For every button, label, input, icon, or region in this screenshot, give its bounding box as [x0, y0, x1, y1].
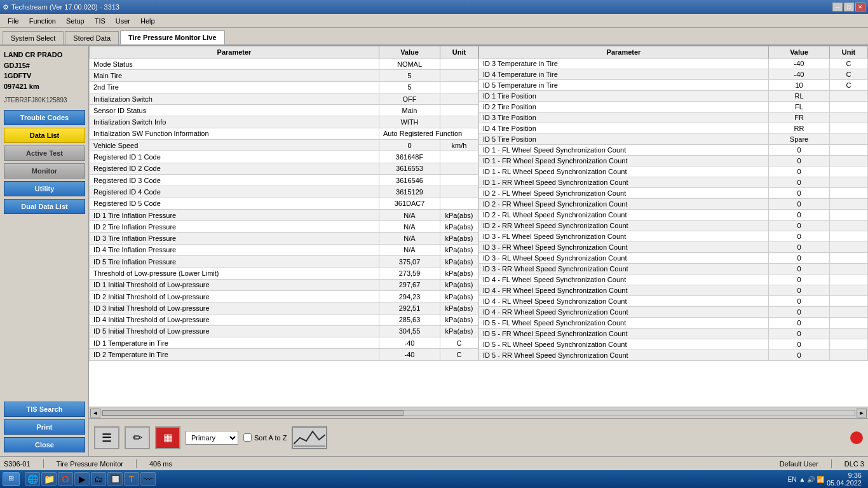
right-value-cell: 0 [769, 188, 830, 199]
left-value-cell: -40 [379, 349, 440, 361]
left-value-cell: N/A [379, 221, 440, 233]
left-value-cell: 3615129 [379, 186, 440, 198]
right-param-cell: ID 4 - RR Wheel Speed Synchronization Co… [479, 307, 769, 318]
start-button[interactable]: ⊞ [3, 472, 20, 486]
left-table-row: ID 4 Tire Inflation Pressure N/A kPa(abs… [90, 244, 478, 255]
taskbar-wifi-icon[interactable]: 〰 [140, 472, 156, 486]
left-table-row: Main Tire 5 [90, 70, 478, 81]
print-button[interactable]: Print [4, 419, 85, 435]
bottom-toolbar: ☰ ✏ ▦ Primary Secondary Sort A to Z [89, 418, 868, 456]
tool-icon-1[interactable]: ☰ [94, 426, 119, 449]
menu-file[interactable]: File [3, 16, 24, 26]
left-param-cell: ID 1 Temperature in Tire [90, 337, 379, 349]
taskbar-techstream-icon[interactable]: T [124, 472, 139, 486]
utility-button[interactable]: Utility [4, 181, 85, 196]
left-table-row: Vehicle Speed 0 km/h [90, 140, 478, 151]
taskbar-explorer-icon[interactable]: 📁 [41, 472, 57, 486]
taskbar-folder-icon[interactable]: 🗂 [91, 472, 106, 486]
left-table-row: Threshold of Low-pressure (Lower Limit) … [90, 268, 478, 279]
monitor-button[interactable]: Monitor [4, 163, 85, 179]
right-unit-cell: C [830, 69, 868, 80]
left-unit-cell [440, 116, 478, 128]
right-param-cell: ID 1 Tire Position [479, 91, 769, 102]
right-value-cell: 0 [769, 199, 830, 210]
right-table-row: ID 4 - FR Wheel Speed Synchronization Co… [479, 285, 868, 296]
scroll-right-arrow[interactable]: ► [857, 409, 867, 417]
pencil-icon: ✏ [133, 431, 142, 445]
right-param-cell: ID 2 - RL Wheel Speed Synchronization Co… [479, 210, 769, 220]
dual-data-list-button[interactable]: Dual Data List [4, 199, 85, 214]
right-param-cell: ID 4 - FL Wheel Speed Synchronization Co… [479, 274, 769, 285]
taskbar-media-icon[interactable]: ▶ [74, 472, 90, 486]
graph-icon[interactable] [292, 426, 327, 449]
grid-icon: ▦ [163, 431, 173, 444]
table-container[interactable]: Parameter Value Unit Mode Status NOMAL M… [89, 46, 868, 407]
scroll-thumb[interactable] [102, 410, 403, 416]
left-value-cell: OFF [379, 93, 440, 104]
minimize-button[interactable]: ─ [832, 3, 843, 11]
active-test-button[interactable]: Active Test [4, 146, 85, 161]
menu-help[interactable]: Help [135, 16, 160, 26]
taskbar-opera-icon[interactable]: O [58, 472, 73, 486]
horizontal-scrollbar[interactable]: ◄ ► [89, 407, 868, 418]
data-list-button[interactable]: Data List [4, 128, 85, 143]
right-table-body: ID 3 Temperature in Tire -40 C ID 4 Temp… [479, 58, 868, 361]
tis-search-button[interactable]: TIS Search [4, 402, 85, 417]
right-param-cell: ID 5 Temperature in Tire [479, 80, 769, 91]
close-window-button[interactable]: ✕ [855, 3, 865, 11]
trouble-codes-button[interactable]: Trouble Codes [4, 110, 85, 125]
left-value-cell: 285,63 [379, 314, 440, 325]
right-data-table: Parameter Value Unit ID 3 Temperature in… [478, 46, 868, 361]
vehicle-model: LAND CR PRADO [4, 50, 85, 60]
right-param-cell: ID 5 - RL Wheel Speed Synchronization Co… [479, 339, 769, 350]
left-table-row: 2nd Tire 5 [90, 81, 478, 93]
right-param-cell: ID 5 - FL Wheel Speed Synchronization Co… [479, 318, 769, 329]
taskbar-time-value: 9:36 [827, 471, 862, 479]
right-param-cell: ID 4 - RL Wheel Speed Synchronization Co… [479, 296, 769, 307]
menu-setup[interactable]: Setup [61, 16, 90, 26]
right-unit-cell [830, 231, 868, 242]
scroll-track[interactable] [102, 410, 855, 416]
left-unit-cell: C [440, 337, 478, 349]
taskbar-network-icon[interactable]: 🔲 [107, 472, 123, 486]
left-value-cell: N/A [379, 244, 440, 255]
left-param-cell: Vehicle Speed [90, 140, 379, 151]
left-param-cell: Registered ID 1 Code [90, 151, 379, 163]
tab-tire-pressure[interactable]: Tire Pressure Monitor Live [120, 30, 225, 44]
menu-tis[interactable]: TIS [90, 16, 111, 26]
tab-stored-data[interactable]: Stored Data [65, 31, 119, 44]
tool-icon-2[interactable]: ✏ [125, 426, 150, 449]
right-unit-cell [830, 123, 868, 134]
right-unit-cell [830, 210, 868, 220]
tool-icon-3[interactable]: ▦ [155, 426, 180, 449]
right-value-cell: 0 [769, 242, 830, 253]
status-dlc: DLC 3 [844, 460, 864, 468]
left-unit-cell [440, 81, 478, 93]
scroll-left-arrow[interactable]: ◄ [90, 409, 100, 417]
tab-system-select[interactable]: System Select [3, 31, 64, 44]
sort-label[interactable]: Sort A to Z [254, 434, 287, 442]
left-table-row: Initialization SW Function Information A… [90, 128, 478, 139]
left-table-row: ID 5 Initial Threshold of Low-pressure 3… [90, 325, 478, 337]
left-value-cell: -40 [379, 337, 440, 349]
sort-checkbox[interactable] [243, 433, 252, 442]
menu-function[interactable]: Function [24, 16, 61, 26]
right-unit-cell [830, 188, 868, 199]
left-unit-cell: kPa(abs) [440, 302, 478, 314]
maximize-button[interactable]: □ [844, 3, 854, 11]
data-area: Parameter Value Unit Mode Status NOMAL M… [89, 46, 868, 456]
left-table-row: ID 5 Tire Inflation Pressure 375,07 kPa(… [90, 256, 478, 268]
primary-dropdown[interactable]: Primary Secondary [186, 431, 238, 445]
left-value-cell: 5 [379, 70, 440, 81]
taskbar-ie-icon[interactable]: 🌐 [25, 472, 40, 486]
left-value-cell: 273,59 [379, 268, 440, 279]
menu-user[interactable]: User [111, 16, 135, 26]
sidebar-close-button[interactable]: Close [4, 437, 85, 452]
left-unit-cell: km/h [440, 140, 478, 151]
titlebar-controls[interactable]: ─ □ ✕ [832, 3, 865, 11]
right-table-row: ID 5 - RR Wheel Speed Synchronization Co… [479, 350, 868, 361]
right-value-cell: 0 [769, 318, 830, 329]
left-table-row: ID 1 Temperature in Tire -40 C [90, 337, 478, 349]
left-param-cell: Initialization Switch [90, 93, 379, 104]
left-param-cell: ID 2 Initial Threshold of Low-pressure [90, 290, 379, 302]
